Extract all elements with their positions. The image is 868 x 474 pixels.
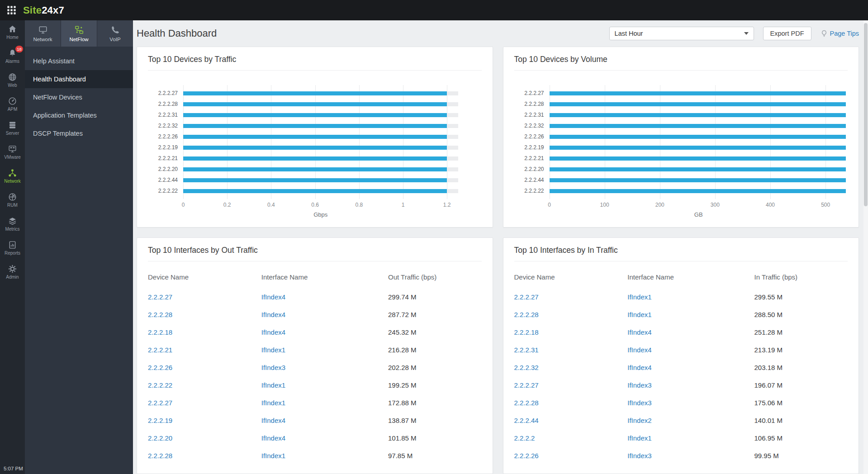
export-pdf-button[interactable]: Export PDF [763, 27, 811, 40]
interface-link[interactable]: IfIndex4 [627, 364, 651, 371]
interface-link[interactable]: IfIndex1 [261, 346, 285, 354]
interface-link[interactable]: IfIndex4 [261, 293, 285, 301]
bar[interactable] [183, 124, 447, 128]
bar[interactable] [183, 156, 447, 161]
sidebar-item-home[interactable]: Home [0, 20, 25, 44]
interface-link[interactable]: IfIndex1 [627, 293, 651, 301]
interface-link[interactable]: IfIndex4 [261, 434, 285, 442]
site24x7-logo[interactable]: Site24x7 [23, 5, 64, 16]
sidebar-item-network[interactable]: Network [0, 164, 25, 188]
device-link[interactable]: 2.2.2.27 [514, 293, 539, 301]
device-link[interactable]: 2.2.2.31 [514, 346, 539, 354]
menu-item-help-assistant[interactable]: Help Assistant [25, 52, 133, 70]
table-row: 2.2.2.19IfIndex4138.87 M [148, 412, 482, 429]
tab-netflow[interactable]: NetFlow [61, 20, 97, 47]
device-link[interactable]: 2.2.2.27 [148, 399, 172, 407]
device-link[interactable]: 2.2.2.28 [148, 452, 172, 460]
menu-item-netflow-devices[interactable]: NetFlow Devices [25, 88, 133, 106]
bar[interactable] [183, 178, 447, 182]
apps-grid-icon[interactable] [7, 5, 16, 15]
interface-link[interactable]: IfIndex1 [261, 381, 285, 389]
table-row: 2.2.2.20IfIndex4101.85 M [148, 429, 482, 447]
panel-title: Top 10 Interfaces by Out Traffic [148, 246, 482, 261]
device-link[interactable]: 2.2.2.28 [148, 311, 172, 318]
scrollbar-thumb[interactable] [864, 23, 868, 206]
bar[interactable] [550, 135, 846, 139]
bar[interactable] [183, 113, 447, 117]
bar[interactable] [183, 146, 447, 150]
menu-item-health-dashboard[interactable]: Health Dashboard [25, 70, 133, 88]
sidebar-item-rum[interactable]: RUM [0, 188, 25, 212]
bar[interactable] [183, 135, 447, 139]
sidebar-item-server[interactable]: Server [0, 116, 25, 140]
category-label: 2.2.2.19 [148, 144, 183, 151]
device-link[interactable]: 2.2.2.19 [148, 417, 172, 424]
bar-track [550, 167, 848, 171]
dashboard-grid: Top 10 Devices by Traffic 2.2.2.272.2.2.… [137, 47, 859, 474]
device-link[interactable]: 2.2.2.27 [148, 293, 172, 301]
device-link[interactable]: 2.2.2.28 [514, 399, 539, 407]
sidebar-item-metrics[interactable]: Metrics [0, 212, 25, 236]
device-link[interactable]: 2.2.2.18 [514, 328, 539, 336]
bar[interactable] [183, 167, 447, 171]
bar[interactable] [183, 91, 447, 95]
bar[interactable] [550, 189, 846, 193]
device-link[interactable]: 2.2.2.26 [148, 364, 172, 371]
bar[interactable] [550, 124, 846, 128]
bar[interactable] [550, 102, 846, 106]
bar-row: 2.2.2.21 [148, 153, 458, 164]
menu-item-application-templates[interactable]: Application Templates [25, 106, 133, 124]
sidebar-item-vmware[interactable]: VMware [0, 140, 25, 164]
bar[interactable] [550, 91, 846, 95]
sidebar-item-reports[interactable]: Reports [0, 236, 25, 260]
interface-link[interactable]: IfIndex3 [627, 452, 651, 460]
sidebar-item-apm[interactable]: APM [0, 92, 25, 116]
device-link[interactable]: 2.2.2.22 [148, 381, 172, 389]
interface-link[interactable]: IfIndex1 [627, 434, 651, 442]
menu-item-dscp-templates[interactable]: DSCP Templates [25, 124, 133, 142]
device-link[interactable]: 2.2.2.20 [148, 434, 172, 442]
vertical-scrollbar[interactable] [863, 20, 868, 474]
bar[interactable] [550, 167, 846, 171]
time-range-select[interactable]: Last Hour [609, 27, 754, 40]
sidebar-item-alarms[interactable]: Alarms18 [0, 44, 25, 68]
traffic-value: 203.18 M [754, 364, 848, 371]
interface-link[interactable]: IfIndex4 [261, 417, 285, 424]
tab-network[interactable]: Network [25, 20, 61, 47]
interface-link[interactable]: IfIndex4 [261, 328, 285, 336]
device-link[interactable]: 2.2.2.21 [148, 346, 172, 354]
sidebar-item-web[interactable]: Web [0, 68, 25, 92]
device-link[interactable]: 2.2.2.2 [514, 434, 535, 442]
device-link[interactable]: 2.2.2.18 [148, 328, 172, 336]
bar[interactable] [183, 189, 447, 193]
interface-link[interactable]: IfIndex4 [261, 311, 285, 318]
category-label: 2.2.2.31 [514, 112, 550, 118]
interface-link[interactable]: IfIndex1 [627, 311, 651, 318]
interface-link[interactable]: IfIndex3 [627, 381, 651, 389]
device-link[interactable]: 2.2.2.32 [514, 364, 539, 371]
sidebar-item-admin[interactable]: Admin [0, 260, 25, 284]
interface-link[interactable]: IfIndex1 [261, 399, 285, 407]
bar[interactable] [550, 146, 846, 150]
device-link[interactable]: 2.2.2.26 [514, 452, 539, 460]
page-tips-link[interactable]: Page Tips [821, 30, 859, 37]
bar-track [550, 146, 848, 150]
category-label: 2.2.2.44 [514, 177, 550, 183]
table-row: 2.2.2.18IfIndex4251.28 M [514, 323, 848, 341]
device-link[interactable]: 2.2.2.44 [514, 417, 539, 424]
interface-link[interactable]: IfIndex2 [627, 417, 651, 424]
interface-link[interactable]: IfIndex4 [627, 328, 651, 336]
rum-icon [8, 193, 17, 201]
bar[interactable] [550, 156, 846, 161]
traffic-value: 196.07 M [754, 381, 848, 389]
interface-link[interactable]: IfIndex1 [261, 452, 285, 460]
bar[interactable] [550, 113, 846, 117]
bar[interactable] [183, 102, 447, 106]
interface-link[interactable]: IfIndex4 [627, 346, 651, 354]
device-link[interactable]: 2.2.2.27 [514, 381, 539, 389]
interface-link[interactable]: IfIndex3 [261, 364, 285, 371]
bar[interactable] [550, 178, 846, 182]
interface-link[interactable]: IfIndex3 [627, 399, 651, 407]
device-link[interactable]: 2.2.2.28 [514, 311, 539, 318]
tab-voip[interactable]: VoIP [97, 20, 133, 47]
